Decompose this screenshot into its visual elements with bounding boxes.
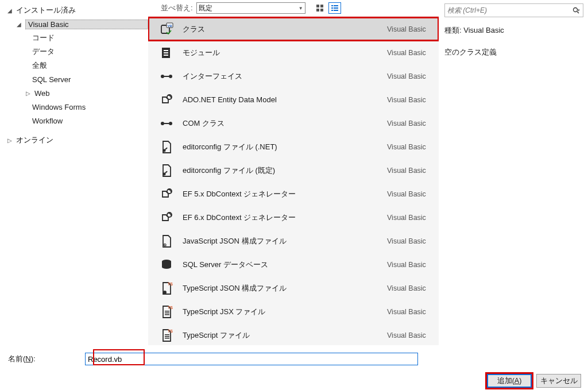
svg-rect-38 [165,314,169,315]
svg-rect-1 [320,5,323,7]
template-row[interactable]: EF 6.x DbContext ジェネレーター Visual Basic [148,206,439,229]
template-lang: Visual Basic [387,72,433,80]
template-row[interactable]: VB クラス Visual Basic [148,17,439,41]
caret-down-icon: ◢ [15,20,23,28]
category-tree: ◢ インストール済み ◢ Visual Basic コード データ 全般 SQL… [0,0,148,345]
template-row[interactable]: TS TypeScript ファイル Visual Basic [148,323,439,345]
view-details[interactable] [328,2,341,14]
template-row[interactable]: TS TypeScript JSX ファイル Visual Basic [148,300,439,323]
caret-right-icon: ▷ [6,136,14,144]
template-lang: Visual Basic [387,49,433,57]
template-title: TypeScript JSON 構成ファイル [183,283,379,294]
template-title: ADO.NET Entity Data Model [183,95,379,104]
caret-down-icon: ◢ [6,6,14,14]
svg-rect-0 [316,5,319,7]
add-button[interactable]: 追加(A) [487,374,532,388]
template-row[interactable]: EF 5.x DbContext ジェネレーター Visual Basic [148,182,439,206]
svg-rect-25 [165,147,168,150]
template-row[interactable]: SQL Server データベース Visual Basic [148,253,439,276]
template-title: TypeScript JSX ファイル [183,307,379,317]
svg-rect-8 [331,10,333,11]
tree-online[interactable]: ▷ オンライン [2,133,148,147]
search-input[interactable] [447,6,571,14]
class-vb-icon: VB [158,21,175,37]
svg-rect-7 [334,7,338,9]
file-ts-lines-icon: TS [158,304,175,320]
template-lang: Visual Basic [387,214,433,222]
entity-icon [158,186,175,202]
tree-installed[interactable]: ◢ インストール済み [2,3,148,17]
svg-rect-5 [334,5,338,6]
svg-text:VB: VB [168,24,173,27]
svg-rect-36 [165,311,169,312]
svg-rect-18 [164,76,169,77]
cancel-button[interactable]: キャンセル [536,374,581,388]
interface-icon [158,115,175,132]
search-icon[interactable]: ▾ [571,6,581,15]
svg-rect-37 [165,312,169,314]
svg-text:TS: TS [168,306,173,310]
svg-point-19 [169,75,172,78]
name-input[interactable] [85,353,418,365]
sort-combo[interactable]: 既定 ▼ [196,2,305,14]
info-type: 種類: Visual Basic [444,25,583,36]
svg-rect-14 [164,50,168,51]
template-title: TypeScript ファイル [183,330,379,341]
name-label: 名前(N): [8,354,85,364]
template-title: editorconfig ファイル (.NET) [183,142,379,152]
template-lang: Visual Basic [387,237,433,245]
database-icon [158,257,175,273]
svg-rect-4 [331,5,333,6]
svg-point-44 [573,8,577,12]
caret-right-icon: ▷ [24,89,32,97]
template-lang: Visual Basic [387,308,433,316]
template-lang: Visual Basic [387,25,433,33]
file-ts-lines-icon: TS [158,327,175,343]
tree-workflow[interactable]: Workflow [2,114,148,128]
template-lang: Visual Basic [387,143,433,151]
template-title: JavaScript JSON 構成ファイル [183,236,379,246]
template-row[interactable]: モジュール Visual Basic [148,41,439,64]
svg-rect-41 [165,336,169,337]
bottom-bar: 名前(N): 追加(A) キャンセル [0,345,588,390]
template-row[interactable]: editorconfig ファイル (既定) Visual Basic [148,159,439,182]
tree-visual-basic[interactable]: ◢ Visual Basic [2,17,148,31]
template-title: editorconfig ファイル (既定) [183,165,379,176]
svg-text:JS: JS [163,244,167,247]
svg-point-34 [163,291,167,294]
svg-point-17 [161,75,164,78]
svg-point-33 [162,260,171,263]
template-title: インターフェイス [183,71,379,82]
svg-rect-40 [165,334,169,335]
sort-bar: 並べ替え: 既定 ▼ [148,0,439,16]
template-title: クラス [183,24,379,34]
template-list[interactable]: VB クラス Visual Basic モジュール Visual Basic イ… [148,16,439,345]
template-row[interactable]: インターフェイス Visual Basic [148,64,439,88]
tree-data[interactable]: データ [2,45,148,59]
template-row[interactable]: TS TypeScript JSON 構成ファイル Visual Basic [148,276,439,300]
file-wrench-icon [158,139,175,155]
svg-rect-15 [164,52,168,53]
info-desc: 空のクラス定義 [444,47,583,57]
view-large-icons[interactable] [314,2,326,14]
tree-general[interactable]: 全般 [2,59,148,72]
template-lang: Visual Basic [387,284,433,292]
tree-sql-server[interactable]: SQL Server [2,72,148,86]
template-row[interactable]: ADO.NET Entity Data Model Visual Basic [148,88,439,111]
file-ts-icon: TS [158,280,175,296]
svg-rect-27 [165,171,168,173]
svg-rect-9 [334,10,338,11]
svg-rect-22 [164,123,169,124]
template-row[interactable]: editorconfig ファイル (.NET) Visual Basic [148,135,439,159]
tree-code[interactable]: コード [2,31,148,45]
sort-label: 並べ替え: [161,3,193,13]
tree-windows-forms[interactable]: Windows Forms [2,100,148,114]
svg-rect-3 [320,9,323,11]
svg-text:TS: TS [168,282,173,286]
template-row[interactable]: JS JavaScript JSON 構成ファイル Visual Basic [148,229,439,253]
search-box[interactable]: ▾ [444,3,583,17]
template-row[interactable]: COM クラス Visual Basic [148,111,439,135]
template-lang: Visual Basic [387,167,433,175]
tree-web[interactable]: ▷ Web [2,86,148,100]
template-title: EF 6.x DbContext ジェネレーター [183,213,379,223]
